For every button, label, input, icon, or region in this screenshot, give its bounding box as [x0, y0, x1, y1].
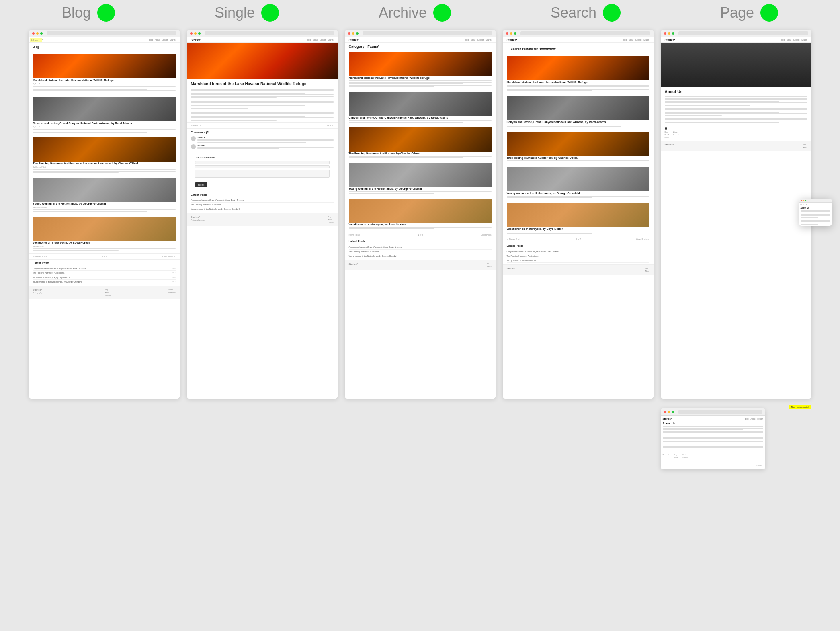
post-5-title[interactable]: Vacationer on motorcycle, by Boyd Norton [33, 241, 176, 244]
sitemap-about[interactable]: About [673, 131, 679, 133]
archive-post-3-title[interactable]: The Peening Hammers Auditorium, by Charl… [349, 152, 492, 155]
archive-related-2[interactable]: The Peening Hammers Auditorium... [349, 250, 492, 254]
sitemap-contact[interactable]: Contact [673, 134, 679, 136]
tablet-nav: Blog About Search [745, 418, 763, 420]
archive-related-1[interactable]: Canyon and ravine - Grand Canyon Nationa… [349, 245, 492, 250]
tablet-nav-about[interactable]: About [750, 418, 755, 420]
nav-contact[interactable]: Contact [162, 39, 168, 41]
search-footer-about[interactable]: About [645, 270, 649, 272]
footer-social-instagram[interactable]: Instagram [168, 291, 176, 293]
search-older[interactable]: Older Posts → [636, 238, 649, 240]
archive-older[interactable]: Older Posts [481, 234, 491, 236]
search-related-1[interactable]: Canyon and ravine - Grand Canyon Nationa… [507, 250, 649, 254]
tablet-sitemap-contact[interactable]: Contact [682, 454, 688, 456]
single-related-3[interactable]: Young woman in the Netherlands, by Georg… [191, 207, 334, 211]
archive-footer-blog[interactable]: Blog [487, 263, 491, 265]
comments-title: Comments (2) [191, 131, 334, 134]
related-item-2[interactable]: The Peening Hammers Auditorium... 2023 [33, 271, 176, 275]
single-related-2[interactable]: The Peening Hammers Auditorium... [191, 203, 334, 207]
nav-about[interactable]: About [155, 39, 160, 41]
archive-nav-blog[interactable]: Blog [465, 39, 469, 41]
related-item-1[interactable]: Canyon and ravine - Grand Canyon Nationa… [33, 266, 176, 271]
single-nav-blog[interactable]: Blog [307, 39, 311, 41]
archive-related-3[interactable]: Young woman in the Netherlands, by Georg… [349, 254, 492, 258]
archive-newer[interactable]: Newer Posts [349, 234, 360, 236]
single-related-1[interactable]: Canyon and ravine - Grand Canyon Nationa… [191, 198, 334, 203]
archive-related-title-2: The Peening Hammers Auditorium... [349, 250, 492, 253]
blog-prev[interactable]: ← Newer Posts [33, 255, 47, 258]
mobile-min [803, 200, 804, 201]
excerpt-line [349, 156, 492, 157]
search-browser-frame: Stories* Blog About Contact Search Searc… [503, 30, 654, 399]
excerpt-line [349, 122, 463, 123]
sitemap-blog[interactable]: Blog [665, 131, 669, 133]
page-nav-about[interactable]: About [787, 39, 791, 41]
page-footer-links: Blog About [803, 143, 807, 148]
content-line [191, 97, 277, 98]
tablet-nav-search[interactable]: Search [757, 418, 763, 420]
search-footer-blog[interactable]: Blog [645, 267, 649, 269]
content-line [191, 90, 334, 91]
archive-post-5-title[interactable]: Vacationer on motorcycle, by Boyd Norton [349, 223, 492, 226]
archive-footer-about[interactable]: About [487, 266, 491, 268]
single-footer-about[interactable]: About [328, 219, 334, 221]
search-post-1-title[interactable]: Marshland birds at the Lake Havasu Natio… [507, 80, 649, 84]
archive-post-1-title[interactable]: Marshland birds at the Lake Havasu Natio… [349, 76, 492, 80]
single-nav-contact[interactable]: Contact [320, 39, 326, 41]
related-title-4: Young woman in the Netherlands, by Georg… [33, 281, 172, 283]
page-nav-contact[interactable]: Contact [793, 39, 800, 41]
related-item-4[interactable]: Young woman in the Netherlands, by Georg… [33, 280, 176, 284]
search-nav-search[interactable]: Search [643, 39, 649, 41]
excerpt-line [349, 157, 463, 158]
post-4-title[interactable]: Young woman in the Netherlands, by Georg… [33, 202, 176, 205]
page-nav-blog[interactable]: Blog [781, 39, 785, 41]
footer-link-about[interactable]: About [105, 291, 111, 293]
search-related-3[interactable]: Young woman in the Netherlands [507, 258, 649, 263]
tablet-sitemap-blog[interactable]: Blog [674, 454, 678, 456]
archive-nav-search[interactable]: Search [486, 39, 491, 41]
single-prev-post[interactable]: ← Previous [191, 124, 201, 127]
single-footer-blog[interactable]: Blog [328, 216, 334, 218]
search-nav-blog[interactable]: Blog [623, 39, 627, 41]
tablet-line [663, 434, 723, 434]
search-nav-about[interactable]: About [629, 39, 633, 41]
search-post-4-title[interactable]: Young woman in the Netherlands, by Georg… [507, 191, 649, 195]
blog-status-dot [97, 4, 115, 22]
tablet-nav-blog[interactable]: Blog [745, 418, 748, 420]
footer-link-contact[interactable]: Contact [105, 294, 111, 296]
submit-button[interactable]: Submit [195, 182, 208, 187]
post-3-title[interactable]: The Peening Hammers Auditorium in the sc… [33, 162, 176, 165]
post-1-excerpt [33, 86, 176, 92]
search-nav-contact[interactable]: Contact [635, 39, 642, 41]
archive-post-4-title[interactable]: Young woman in the Netherlands, by Georg… [349, 187, 492, 191]
email-input[interactable] [195, 165, 330, 168]
message-input[interactable] [195, 170, 330, 178]
search-newer[interactable]: ← Newer Posts [507, 238, 521, 240]
archive-nav-about[interactable]: About [471, 39, 475, 41]
single-next-post[interactable]: Next → [327, 124, 334, 127]
post-2-excerpt [33, 129, 176, 133]
footer-link-blog[interactable]: Blog [105, 289, 111, 291]
blog-next[interactable]: Older Posts → [162, 255, 176, 258]
single-nav-search[interactable]: Search [328, 39, 333, 41]
search-post-2-title[interactable]: Canyon and ravine, Grand Canyon National… [507, 120, 649, 124]
search-post-3-title[interactable]: The Peening Hammers Auditorium, by Charl… [507, 156, 649, 160]
related-item-3[interactable]: Vacationer on motorcycle, by Boyd Norton… [33, 275, 176, 280]
post-2-title[interactable]: Canyon and ravine, Grand Canyon National… [33, 121, 176, 125]
name-input[interactable] [195, 161, 330, 164]
archive-nav-contact[interactable]: Contact [477, 39, 484, 41]
tablet-sitemap-about[interactable]: About [674, 457, 678, 459]
archive-post-2-title[interactable]: Canyon and ravine, Grand Canyon National… [349, 116, 492, 119]
search-related-2[interactable]: The Peening Hammers Auditorium... [507, 254, 649, 258]
footer-social-twitter[interactable]: Twitter [168, 289, 176, 291]
page-footer-blog[interactable]: Blog [803, 143, 807, 145]
nav-search[interactable]: Search [170, 39, 175, 41]
post-1-title[interactable]: Marshland birds at the Lake Havasu Natio… [33, 78, 176, 82]
page-footer-about[interactable]: About [803, 146, 807, 148]
single-nav-about[interactable]: About [313, 39, 318, 41]
search-post-5-title[interactable]: Vacationer on motorcycle, by Boyd Norton [507, 227, 649, 231]
page-nav-search[interactable]: Search [801, 39, 807, 41]
nav-blog[interactable]: Blog [149, 39, 153, 41]
single-footer-contact[interactable]: Contact [328, 221, 334, 223]
tablet-sitemap-search[interactable]: Search [682, 457, 688, 459]
